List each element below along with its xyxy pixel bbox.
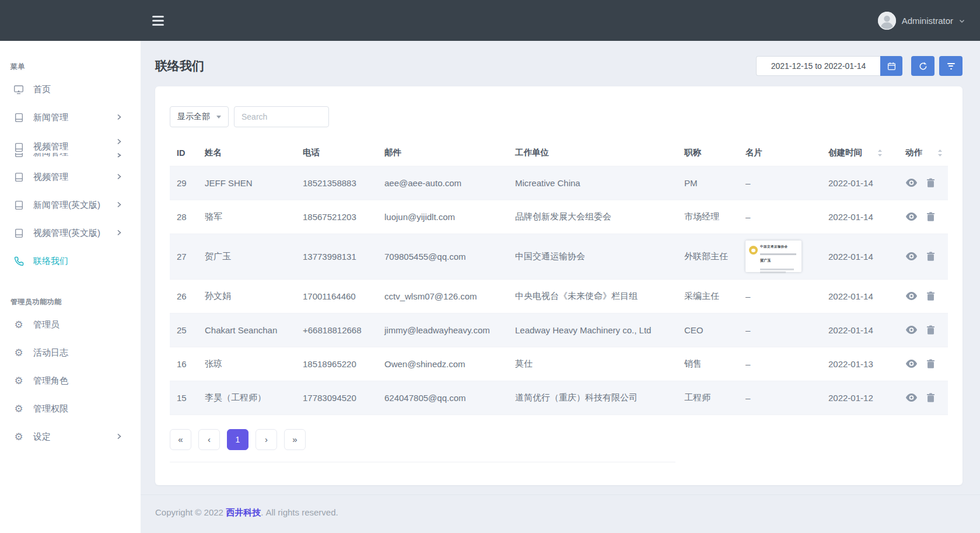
calendar-button[interactable]	[880, 56, 902, 76]
filter-button[interactable]	[939, 56, 963, 76]
copyright-text: Copyright © 2022	[155, 507, 226, 517]
trash-icon	[926, 252, 935, 262]
avatar	[878, 12, 896, 30]
main-content: 联络我们	[141, 41, 980, 533]
trash-icon	[926, 212, 935, 222]
view-button[interactable]	[905, 359, 918, 368]
trash-icon	[926, 178, 935, 188]
sidebar-item-video-glitch[interactable]: 新闻管理 视频管理	[0, 131, 141, 163]
divider	[170, 462, 676, 462]
view-button[interactable]	[905, 393, 918, 402]
person-icon	[878, 12, 896, 30]
book-icon	[13, 200, 24, 210]
sidebar-section-label: 菜单	[0, 41, 141, 75]
view-button[interactable]	[905, 178, 918, 187]
copyright-suffix: . All rights reserved.	[261, 507, 338, 517]
sidebar-item-label: 新闻管理	[33, 112, 68, 123]
col-header-created[interactable]: 创建时间	[821, 140, 898, 166]
book-icon	[13, 228, 24, 238]
view-button[interactable]	[905, 252, 918, 261]
calendar-icon	[887, 62, 896, 71]
top-navbar: Administrator	[0, 0, 980, 41]
card-person: 贺广玉	[760, 258, 793, 263]
sidebar-item-activity-log[interactable]: ⚙ 活动日志	[0, 339, 141, 367]
chevron-right-icon	[117, 172, 122, 182]
delete-button[interactable]	[926, 325, 935, 335]
delete-button[interactable]	[926, 359, 935, 369]
sidebar-item-label: 视频管理(英文版)	[33, 228, 100, 239]
eye-icon	[905, 393, 918, 402]
sidebar-item-label: 活动日志	[33, 347, 68, 358]
chevron-right-icon	[117, 137, 122, 147]
trash-icon	[926, 325, 935, 335]
delete-button[interactable]	[926, 291, 935, 301]
page-1-button[interactable]: 1	[227, 429, 249, 450]
gear-icon: ⚙	[13, 432, 24, 442]
prev-page-button[interactable]: ‹	[198, 429, 220, 450]
business-card-thumbnail[interactable]: 中国交通运输协会 贺广玉	[746, 241, 802, 272]
footer: Copyright © 2022 西井科技. All rights reserv…	[141, 494, 980, 533]
book-icon	[13, 113, 24, 123]
sidebar-item-permissions[interactable]: ⚙ 管理权限	[0, 395, 141, 423]
col-header-name: 姓名	[198, 140, 296, 166]
select-value: 显示全部	[177, 112, 210, 122]
table-row: 15李昊（工程师） 17783094520624047805@qq.com 道简…	[170, 381, 948, 414]
chevron-right-icon	[117, 200, 122, 210]
view-button[interactable]	[905, 212, 918, 221]
sidebar-item-label: 首页	[33, 84, 51, 95]
col-header-phone: 电话	[296, 140, 377, 166]
table-row: 29JEFF SHEN 18521358883aee@aee-auto.com …	[170, 166, 948, 200]
show-all-select[interactable]: 显示全部	[170, 106, 229, 127]
eye-icon	[905, 325, 918, 335]
sidebar-item-video[interactable]: 视频管理	[0, 163, 141, 191]
sort-icon[interactable]	[877, 149, 883, 157]
brand-link[interactable]: 西井科技	[226, 507, 261, 517]
sidebar-item-contact-us[interactable]: 联络我们	[0, 247, 141, 275]
sidebar-item-video-en[interactable]: 视频管理(英文版)	[0, 219, 141, 247]
sidebar-item-roles[interactable]: ⚙ 管理角色	[0, 367, 141, 395]
sidebar-item-label: 联络我们	[33, 256, 68, 267]
date-range-input[interactable]	[756, 56, 880, 76]
refresh-button[interactable]	[911, 56, 935, 76]
chevron-right-icon	[117, 113, 122, 123]
first-page-button[interactable]: «	[170, 429, 191, 450]
contacts-card: 显示全部 ID 姓名 电话 邮件 工作单位 职称 名片	[155, 86, 963, 485]
eye-icon	[905, 359, 918, 368]
last-page-button[interactable]: »	[284, 429, 306, 450]
sidebar-item-label: 设定	[33, 431, 51, 443]
card-logo	[749, 246, 758, 255]
sidebar-item-news[interactable]: 新闻管理	[0, 103, 141, 131]
sidebar-item-label: 管理权限	[33, 403, 68, 414]
search-input[interactable]	[234, 106, 329, 127]
view-button[interactable]	[905, 291, 918, 301]
col-header-id: ID	[170, 140, 198, 166]
sidebar-item-admins[interactable]: ⚙ 管理员	[0, 311, 141, 339]
table-row: 27贺广玉 13773998131709805455@qq.com 中国交通运输…	[170, 234, 948, 279]
hamburger-icon[interactable]	[152, 13, 165, 28]
col-header-actions[interactable]: 动作	[898, 140, 948, 166]
gear-icon: ⚙	[13, 348, 24, 358]
chevron-down-icon	[959, 19, 965, 23]
eye-icon	[905, 212, 918, 221]
sidebar-item-home[interactable]: 首页	[0, 75, 141, 103]
next-page-button[interactable]: ›	[256, 429, 277, 450]
col-header-card: 名片	[738, 140, 821, 166]
delete-button[interactable]	[926, 393, 935, 403]
table-row: 28骆军 18567521203luojun@yijidlt.com 品牌创新发…	[170, 200, 948, 234]
delete-button[interactable]	[926, 178, 935, 188]
desktop-icon	[13, 85, 24, 95]
delete-button[interactable]	[926, 212, 935, 222]
gear-icon: ⚙	[13, 404, 24, 414]
sort-icon[interactable]	[937, 149, 943, 157]
table-row: 16张琼 18518965220Owen@shinedz.com 莫仕销售 –2…	[170, 347, 948, 381]
col-header-title: 职称	[677, 140, 738, 166]
chevron-right-icon	[117, 432, 122, 442]
chevron-right-icon	[117, 228, 122, 238]
delete-button[interactable]	[926, 252, 935, 262]
sidebar-item-settings[interactable]: ⚙ 设定	[0, 423, 141, 451]
user-menu[interactable]: Administrator	[878, 12, 965, 30]
trash-icon	[926, 359, 935, 369]
phone-icon	[13, 256, 24, 266]
sidebar-item-news-en[interactable]: 新闻管理(英文版)	[0, 191, 141, 219]
view-button[interactable]	[905, 325, 918, 335]
